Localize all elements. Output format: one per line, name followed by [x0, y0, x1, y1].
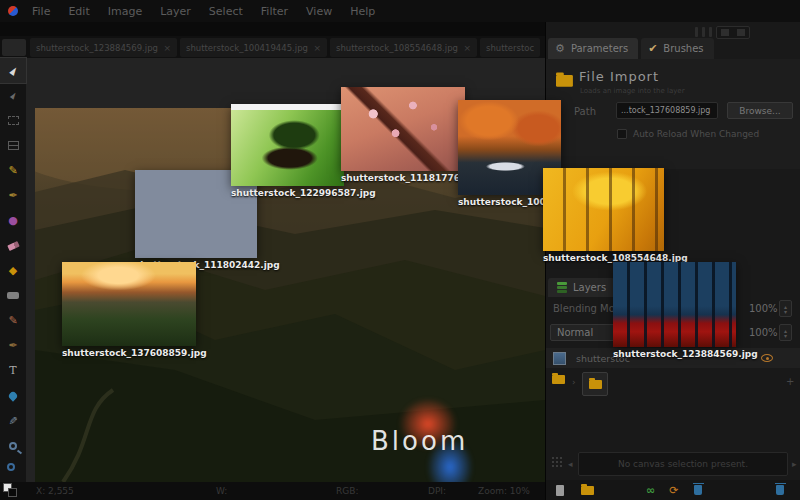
opacity-stepper[interactable]: ▴ ▾ — [779, 300, 792, 317]
blend-mode-value: Normal — [557, 327, 593, 338]
pencil-tool[interactable]: ✎ — [0, 158, 26, 183]
menu-select[interactable]: Select — [209, 5, 243, 18]
menu-edit[interactable]: Edit — [68, 5, 89, 18]
tab-label: shutterstock_100419445.jpg — [186, 43, 309, 53]
menu-image[interactable]: Image — [108, 5, 142, 18]
smudge-icon: ● — [8, 215, 18, 226]
auto-reload-checkbox[interactable] — [617, 129, 627, 139]
link-icon[interactable]: ∞ — [646, 484, 655, 497]
tab-label: shutterstock_11180 — [486, 43, 534, 53]
group-folder-icon[interactable] — [552, 375, 565, 384]
tab-label: shutterstock_108554648.jpg — [336, 43, 459, 53]
paint-bucket-icon: ◆ — [9, 265, 17, 276]
color-swatches[interactable] — [3, 483, 19, 498]
add-layer-button[interactable]: + — [786, 376, 794, 387]
selection-message: No canvas selection present. — [618, 459, 748, 469]
clone-tool[interactable]: ✎ — [0, 308, 26, 333]
browse-button[interactable]: Browse... — [727, 102, 793, 119]
document-tab[interactable]: shutterstock_100419445.jpg × — [180, 38, 327, 57]
layer-group-row: › + — [546, 372, 800, 398]
panel-tabs: ⚙ Parameters ✔ Brushes — [548, 38, 714, 59]
next-selection-arrow[interactable]: ▸ — [792, 459, 797, 469]
grid-icon — [552, 457, 554, 459]
brush-icon: ✔ — [648, 42, 657, 55]
document-tab[interactable]: shutterstock_11180 — [480, 38, 540, 57]
zoom-tool[interactable] — [0, 433, 26, 458]
delete-all-icon[interactable] — [776, 485, 784, 495]
image-thumbnail[interactable] — [231, 104, 344, 186]
pen-tool[interactable]: ✒ — [0, 183, 26, 208]
menu-filter[interactable]: Filter — [261, 5, 288, 18]
cursor-icon: ► — [7, 90, 18, 101]
menu-help[interactable]: Help — [350, 5, 375, 18]
clone-brush-icon: ✎ — [8, 315, 17, 326]
new-document-icon[interactable] — [556, 485, 564, 496]
visibility-eye-icon[interactable] — [761, 354, 773, 362]
image-thumbnail[interactable] — [613, 262, 736, 347]
gear-icon: ⚙ — [555, 42, 565, 55]
eraser-tool[interactable] — [0, 233, 26, 258]
status-width: W: — [216, 486, 227, 496]
delete-icon[interactable] — [694, 485, 702, 495]
folder-icon — [556, 75, 573, 87]
panel-bottom-toolbar: ∞ ⟳ — [546, 480, 800, 500]
smudge-tool[interactable]: ● — [0, 208, 26, 233]
shape-icon — [7, 292, 19, 299]
floating-image-golden-forest[interactable]: shutterstock_108554648.jpg — [543, 168, 688, 263]
direct-select-tool[interactable]: ► — [0, 83, 26, 108]
tab-parameters[interactable]: ⚙ Parameters — [548, 38, 638, 59]
tab-label: Parameters — [571, 43, 628, 54]
transform-icon — [8, 141, 19, 150]
tab-close-icon[interactable]: × — [163, 43, 171, 53]
slider-icon[interactable] — [695, 27, 698, 37]
status-rgb: RGB: — [336, 486, 358, 496]
background-color-swatch[interactable] — [8, 488, 17, 497]
fill-stepper[interactable]: ▴ ▾ — [779, 324, 792, 341]
shape-tool[interactable] — [0, 283, 26, 308]
transform-tool[interactable] — [0, 133, 26, 158]
magnifier-icon — [9, 442, 17, 450]
stepper-down-icon[interactable]: ▾ — [784, 309, 787, 314]
image-thumbnail[interactable] — [543, 168, 664, 251]
image-thumbnail[interactable] — [62, 262, 196, 346]
menu-file[interactable]: File — [32, 5, 50, 18]
canvas-selection-bar: ◂ No canvas selection present. ▸ — [546, 450, 800, 478]
move-tool[interactable]: ► — [0, 58, 26, 83]
refresh-icon[interactable]: ⟳ — [669, 484, 678, 497]
floating-image-bluered-forest[interactable]: shutterstock_123884569.jpg — [613, 262, 758, 359]
layer-thumbnail[interactable] — [553, 352, 566, 365]
list-view-icon[interactable] — [737, 29, 745, 36]
document-tab[interactable]: shutterstock_108554648.jpg × — [330, 38, 477, 57]
fill-tool[interactable]: ◆ — [0, 258, 26, 283]
slider-icon[interactable] — [709, 27, 712, 37]
tab-bar-home-button[interactable] — [2, 39, 26, 56]
tab-layers[interactable]: Layers — [548, 278, 615, 297]
chevron-right-icon: › — [572, 377, 576, 387]
open-folder-icon[interactable] — [581, 486, 594, 495]
pencil-icon: ✎ — [8, 165, 17, 176]
slider-icon[interactable] — [702, 27, 705, 37]
image-thumbnail[interactable] — [341, 87, 465, 171]
brush-tool[interactable]: ✒ — [0, 333, 26, 358]
color-drop-tool[interactable] — [0, 383, 26, 408]
tab-close-icon[interactable]: × — [313, 43, 321, 53]
menu-view[interactable]: View — [306, 5, 332, 18]
tab-brushes[interactable]: ✔ Brushes — [641, 38, 713, 59]
text-tool[interactable]: T — [0, 358, 26, 383]
add-group-button[interactable] — [582, 372, 608, 396]
prev-selection-arrow[interactable]: ◂ — [568, 459, 573, 469]
menu-layer[interactable]: Layer — [160, 5, 191, 18]
tab-close-icon[interactable]: × — [463, 43, 471, 53]
path-input[interactable] — [616, 102, 718, 119]
grid-view-icon[interactable] — [721, 29, 729, 36]
marquee-tool[interactable] — [0, 108, 26, 133]
document-tab[interactable]: shutterstock_123884569.jpg × — [30, 38, 177, 57]
tab-label: Brushes — [663, 43, 703, 54]
water-drop-icon — [7, 390, 18, 401]
text-tool-icon: T — [9, 365, 16, 376]
floating-image-sunset-mountains[interactable]: shutterstock_137608859.jpg — [62, 262, 207, 358]
stepper-down-icon[interactable]: ▾ — [784, 333, 787, 338]
view-toggle-group[interactable] — [716, 26, 750, 39]
brush-icon: ✒ — [8, 340, 17, 351]
eyedropper-tool[interactable]: ✎ — [0, 408, 26, 433]
